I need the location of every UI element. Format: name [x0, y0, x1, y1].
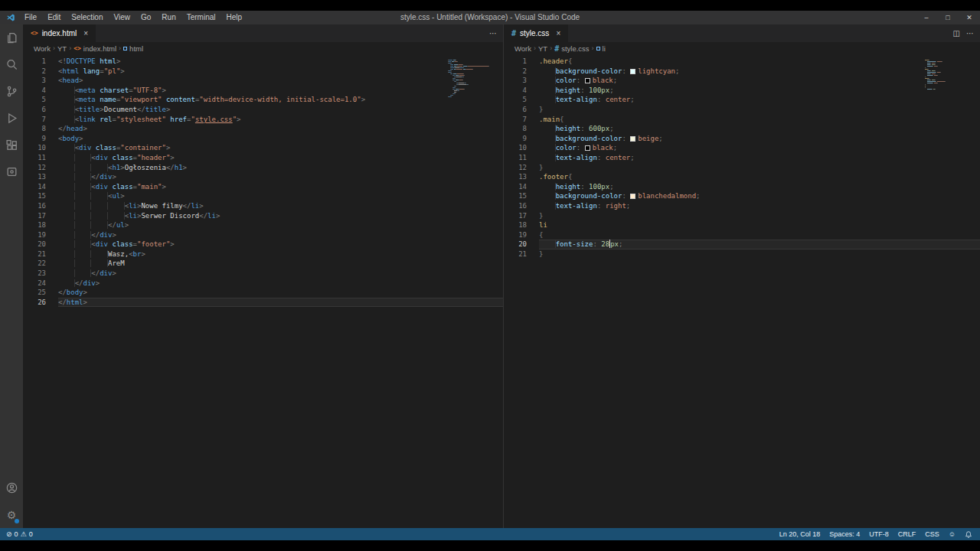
code-line[interactable]: <body>: [58, 134, 503, 144]
breadcrumb-item[interactable]: YT: [57, 44, 67, 53]
code-line[interactable]: <!DOCTYPE html>: [58, 57, 503, 67]
code-line[interactable]: height: 100px;: [539, 182, 980, 192]
code-line[interactable]: text-align: center;: [539, 95, 980, 105]
menu-edit[interactable]: Edit: [42, 11, 66, 24]
code-line[interactable]: background-color: beige;: [539, 134, 980, 144]
feedback-icon[interactable]: ☺: [949, 530, 956, 538]
remote-extension-icon[interactable]: [0, 158, 23, 185]
indentation-setting[interactable]: Spaces: 4: [829, 530, 860, 538]
extensions-icon[interactable]: [0, 132, 23, 158]
more-actions-icon[interactable]: ⋯: [489, 29, 497, 37]
code-line[interactable]: li: [539, 220, 980, 230]
code-line[interactable]: <title>Document</title>: [58, 105, 503, 115]
more-actions-icon[interactable]: ⋯: [966, 29, 974, 37]
code-line[interactable]: </head>: [58, 124, 503, 134]
menu-go[interactable]: Go: [136, 11, 156, 24]
code-line[interactable]: }: [539, 163, 980, 173]
code-line[interactable]: <ul>: [58, 191, 503, 201]
breadcrumb-item[interactable]: <>index.html: [74, 44, 116, 53]
code-line[interactable]: </html>: [58, 298, 503, 308]
titlebar[interactable]: FileEditSelectionViewGoRunTerminalHelp s…: [0, 11, 980, 24]
code-line[interactable]: <html lang="pl">: [58, 67, 503, 77]
code-line[interactable]: AreM: [58, 259, 503, 269]
tab-index-html[interactable]: <> index.html ×: [23, 24, 96, 42]
breadcrumb-item[interactable]: #style.css: [554, 44, 589, 53]
code-area[interactable]: <!DOCTYPE html><html lang="pl"><head> <m…: [58, 57, 503, 528]
code-line[interactable]: {: [539, 230, 980, 240]
menu-run[interactable]: Run: [156, 11, 181, 24]
color-swatch[interactable]: [630, 69, 635, 74]
code-line[interactable]: .footer{: [539, 172, 980, 182]
code-line[interactable]: .header{: [539, 57, 980, 67]
code-line[interactable]: Wasz,<br>: [58, 249, 503, 259]
code-line[interactable]: </div>: [58, 230, 503, 240]
color-swatch[interactable]: [630, 136, 635, 142]
minimize-button[interactable]: –: [916, 11, 937, 24]
code-line[interactable]: text-align: center;: [539, 153, 980, 163]
code-line[interactable]: color: black;: [539, 143, 980, 153]
code-line[interactable]: font-size: 28px;: [539, 240, 980, 249]
minimap[interactable]: [448, 58, 494, 98]
run-debug-icon[interactable]: [0, 105, 23, 132]
code-line[interactable]: <meta name="viewport" content="width=dev…: [58, 95, 503, 105]
breadcrumb-item[interactable]: YT: [538, 44, 547, 53]
problems-indicator[interactable]: ⊘ 0 ⚠ 0: [6, 530, 33, 538]
color-swatch[interactable]: [585, 145, 590, 151]
menu-terminal[interactable]: Terminal: [181, 11, 221, 24]
explorer-icon[interactable]: [0, 24, 23, 51]
code-line[interactable]: <link rel="stylesheet" href="style.css">: [58, 115, 503, 125]
code-line[interactable]: </body>: [58, 288, 503, 298]
code-line[interactable]: <h1>Ogłoszenia</h1>: [58, 163, 503, 173]
search-icon[interactable]: [0, 51, 23, 78]
code-line[interactable]: background-color: lightcyan;: [539, 67, 980, 77]
breadcrumb-item[interactable]: Work: [514, 44, 531, 53]
code-line[interactable]: <li>Serwer Discord</li>: [58, 211, 503, 221]
code-line[interactable]: <li>Nowe filmy</li>: [58, 201, 503, 211]
code-line[interactable]: }: [539, 211, 980, 221]
code-line[interactable]: background-color: blanchedalmond;: [539, 191, 980, 201]
close-tab-icon[interactable]: ×: [556, 29, 560, 37]
notifications-bell-icon[interactable]: [965, 530, 972, 539]
code-line[interactable]: <head>: [58, 76, 503, 86]
close-tab-icon[interactable]: ×: [83, 29, 88, 37]
breadcrumb-item[interactable]: html: [123, 44, 143, 53]
maximize-button[interactable]: □: [937, 11, 959, 24]
code-line[interactable]: </div>: [58, 279, 503, 289]
code-line[interactable]: <div class="main">: [58, 182, 503, 192]
code-line[interactable]: <div class="container">: [58, 143, 503, 153]
editor-index-html[interactable]: 1234567891011121314151617181920212223242…: [23, 54, 503, 528]
code-line[interactable]: text-align: right;: [539, 201, 980, 211]
code-line[interactable]: color: black;: [539, 76, 980, 86]
code-line[interactable]: }: [539, 105, 980, 115]
account-icon[interactable]: [0, 474, 23, 501]
menu-selection[interactable]: Selection: [66, 11, 108, 24]
code-line[interactable]: }: [539, 249, 980, 259]
menu-help[interactable]: Help: [221, 11, 248, 24]
code-area[interactable]: .header{ background-color: lightcyan; co…: [539, 57, 980, 528]
menu-file[interactable]: File: [19, 11, 42, 24]
color-swatch[interactable]: [585, 78, 590, 83]
tab-style-css[interactable]: # style.css ×: [504, 24, 568, 42]
breadcrumb-item[interactable]: li: [596, 44, 606, 53]
source-control-icon[interactable]: [0, 78, 23, 105]
close-window-button[interactable]: ✕: [959, 11, 980, 24]
cursor-position[interactable]: Ln 20, Col 18: [779, 530, 821, 538]
color-swatch[interactable]: [630, 194, 635, 199]
minimap[interactable]: [925, 58, 971, 90]
code-line[interactable]: .main{: [539, 115, 980, 125]
code-line[interactable]: <div class="header">: [58, 153, 503, 163]
code-line[interactable]: height: 100px;: [539, 86, 980, 96]
language-mode[interactable]: CSS: [925, 530, 939, 538]
breadcrumb-item[interactable]: Work: [34, 44, 51, 53]
code-line[interactable]: </div>: [58, 172, 503, 182]
code-line[interactable]: <meta charset="UTF-8">: [58, 86, 503, 96]
settings-gear-icon[interactable]: ⚙: [0, 501, 23, 528]
code-line[interactable]: height: 600px;: [539, 124, 980, 134]
eol-setting[interactable]: CRLF: [898, 530, 916, 538]
menu-view[interactable]: View: [109, 11, 136, 24]
editor-style-css[interactable]: 123456789101112131415161718192021 .heade…: [504, 54, 980, 528]
code-line[interactable]: </ul>: [58, 220, 503, 230]
encoding-setting[interactable]: UTF-8: [869, 530, 889, 538]
split-editor-icon[interactable]: ◫: [953, 29, 960, 37]
code-line[interactable]: <div class="footer">: [58, 240, 503, 249]
